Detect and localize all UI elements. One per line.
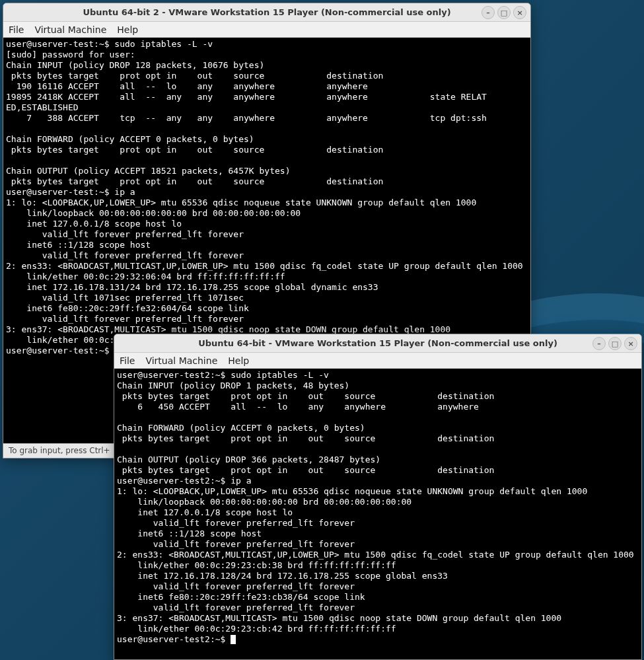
minimize-button[interactable]: – <box>482 6 495 19</box>
menu-file[interactable]: File <box>9 24 24 35</box>
titlebar[interactable]: Ubuntu 64-bit - VMware Workstation 15 Pl… <box>114 334 641 353</box>
close-icon: × <box>627 340 633 348</box>
minimize-icon: – <box>597 340 601 348</box>
minimize-button[interactable]: – <box>592 337 606 350</box>
menu-virtual-machine[interactable]: Virtual Machine <box>145 355 217 366</box>
window-title: Ubuntu 64-bit - VMware Workstation 15 Pl… <box>198 338 557 348</box>
maximize-button[interactable]: □ <box>497 6 511 19</box>
maximize-icon: □ <box>612 340 618 348</box>
menubar: File Virtual Machine Help <box>3 22 530 38</box>
maximize-icon: □ <box>501 9 507 17</box>
maximize-button[interactable]: □ <box>608 337 622 350</box>
minimize-icon: – <box>486 9 490 17</box>
close-button[interactable]: × <box>624 337 637 350</box>
close-icon: × <box>517 9 522 17</box>
menu-help[interactable]: Help <box>228 355 249 366</box>
vmware-window-2: Ubuntu 64-bit - VMware Workstation 15 Pl… <box>114 334 642 660</box>
terminal-output[interactable]: user@userver-test2:~$ sudo iptables -L -… <box>114 369 641 659</box>
menu-help[interactable]: Help <box>117 24 138 35</box>
status-text: To grab input, press Ctrl+ <box>9 446 110 455</box>
menu-file[interactable]: File <box>120 355 135 366</box>
menubar: File Virtual Machine Help <box>114 353 641 369</box>
window-title: Ubuntu 64-bit 2 - VMware Workstation 15 … <box>83 7 450 17</box>
titlebar[interactable]: Ubuntu 64-bit 2 - VMware Workstation 15 … <box>3 3 530 22</box>
close-button[interactable]: × <box>513 6 526 19</box>
window-controls: – □ × <box>592 337 637 350</box>
menu-virtual-machine[interactable]: Virtual Machine <box>34 24 106 35</box>
window-controls: – □ × <box>482 6 526 19</box>
terminal-cursor <box>231 635 236 644</box>
